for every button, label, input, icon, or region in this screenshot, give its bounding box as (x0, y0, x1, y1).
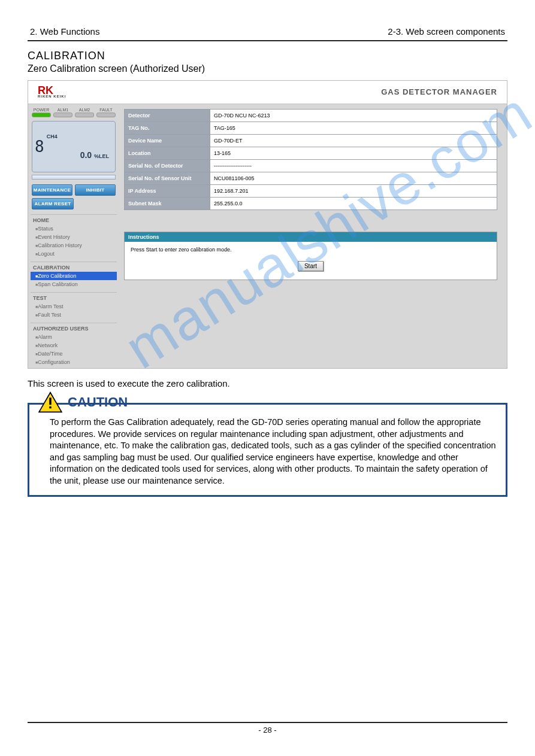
nav-group-home: HOME (31, 215, 117, 224)
nav-item-alarm[interactable]: Alarm (31, 333, 117, 341)
indicator-alm2: ALM2 (75, 108, 94, 117)
caution-body: To perform the Gas Calibration adequatel… (38, 417, 497, 487)
nav-item-status[interactable]: Status (31, 224, 117, 233)
section-subtitle: Zero Calibration screen (Authorized User… (28, 63, 507, 74)
start-button[interactable]: Start (298, 261, 324, 271)
alarm-reset-button[interactable]: ALARM RESET (32, 198, 74, 210)
nav-item-calibration-history[interactable]: Calibration History (31, 241, 117, 250)
indicator-fault: FAULT (96, 108, 116, 117)
nav-item-alarm-test[interactable]: Alarm Test (31, 302, 117, 311)
nav-group-calibration: CALIBRATION (31, 262, 117, 272)
nav-item-configuration[interactable]: Configuration (31, 358, 117, 366)
screenshot-panel: RK RIKEN KEIKI GAS DETECTOR MANAGER POWE… (28, 80, 507, 369)
svg-rect-1 (49, 397, 51, 405)
screen-description: This screen is used to execute the zero … (28, 378, 507, 388)
section-title: CALIBRATION (28, 50, 507, 62)
inhibit-button[interactable]: INHIBIT (75, 184, 116, 196)
caution-box: CAUTION To perform the Gas Calibration a… (28, 403, 507, 497)
caution-title: CAUTION (68, 394, 128, 410)
maintenance-button[interactable]: MAINTENANCE (32, 184, 72, 196)
nav-item-network[interactable]: Network (31, 341, 117, 350)
instructions-header: Instructions (125, 232, 497, 242)
nav-group-test: TEST (31, 293, 117, 302)
nav-item-span-calibration[interactable]: Span Calibration (31, 280, 117, 289)
lcd-display: 8 CH4 0.0 %LEL (32, 121, 116, 172)
page-number: - 28 - (258, 725, 276, 734)
nav-item-fault-test[interactable]: Fault Test (31, 311, 117, 319)
nav-group-users: AUTHORIZED USERS (31, 323, 117, 333)
detector-info-table: DetectorGD-70D NCU NC-6213 TAG No.TAG-16… (124, 109, 497, 210)
indicator-power: POWER (32, 108, 51, 117)
brand-logo: RK RIKEN KEIKI (38, 86, 66, 99)
instructions-panel: Instructions Press Start to enter zero c… (124, 232, 497, 280)
header-right: 2-3. Web screen components (388, 26, 505, 37)
bar-gauge (32, 175, 116, 180)
svg-rect-2 (49, 406, 51, 408)
indicator-alm1: ALM1 (53, 108, 72, 117)
nav-item-datetime[interactable]: Date/Time (31, 350, 117, 358)
warning-icon (38, 391, 63, 413)
nav-item-zero-calibration[interactable]: Zero Calibration (31, 272, 117, 280)
instructions-text: Press Start to enter zero calibration mo… (131, 247, 491, 253)
nav-item-event-history[interactable]: Event History (31, 233, 117, 241)
app-title: GAS DETECTOR MANAGER (381, 87, 497, 96)
nav-item-logout[interactable]: Logout (31, 250, 117, 258)
header-left: 2. Web Functions (30, 26, 99, 37)
